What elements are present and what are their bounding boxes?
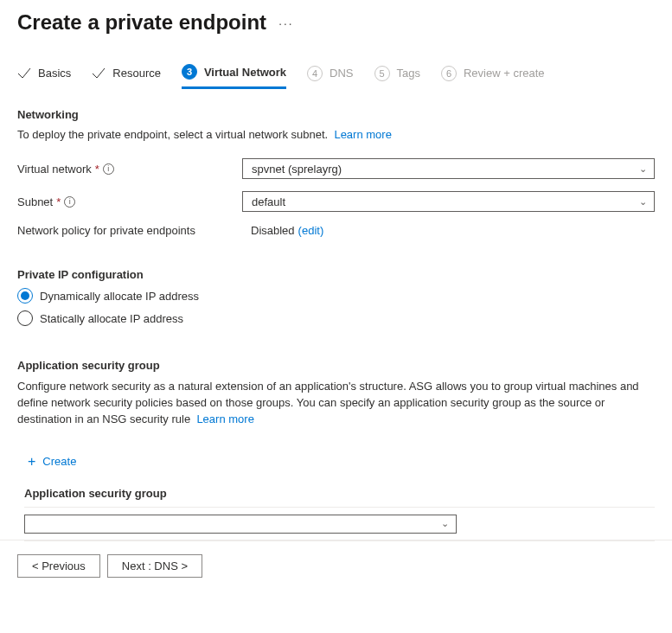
asg-heading: Application security group [17,359,655,372]
info-icon[interactable]: i [64,196,75,208]
chevron-down-icon: ⌄ [639,163,647,175]
chevron-down-icon: ⌄ [441,518,449,529]
tab-label: Resource [112,67,161,80]
wizard-tabs: Basics Resource 3 Virtual Network 4 DNS … [17,64,655,89]
info-icon[interactable]: i [103,163,114,175]
networking-heading: Networking [17,108,655,121]
radio-dynamic[interactable]: Dynamically allocate IP address [17,288,655,304]
networking-help: To deploy the private endpoint, select a… [17,128,655,141]
policy-value: Disabled [251,224,295,237]
radio-label: Dynamically allocate IP address [40,290,199,303]
step-number-icon: 3 [182,64,197,80]
learn-more-link[interactable]: Learn more [196,412,253,425]
required-icon: * [56,195,61,208]
ipconfig-heading: Private IP configuration [17,268,655,281]
tab-resource[interactable]: Resource [92,64,161,89]
check-icon [92,67,106,80]
tab-review-create[interactable]: 6 Review + create [441,64,545,89]
policy-label: Network policy for private endpoints [17,224,195,237]
step-number-icon: 4 [307,66,323,81]
virtual-network-dropdown[interactable]: spvnet (sprelayrg) ⌄ [242,158,655,179]
required-icon: * [95,163,99,176]
previous-button[interactable]: < Previous [17,554,100,578]
ip-config-radio-group: Dynamically allocate IP address Statical… [17,288,655,326]
tab-basics[interactable]: Basics [17,64,71,89]
plus-icon: + [28,454,35,470]
dropdown-value: spvnet (sprelayrg) [252,163,342,176]
step-number-icon: 5 [374,66,390,81]
tab-label: Tags [397,67,420,80]
learn-more-link[interactable]: Learn more [334,128,391,141]
tab-label: DNS [330,67,353,80]
asg-dropdown[interactable]: ⌄ [24,515,457,534]
create-label: Create [42,455,76,468]
asg-description: Configure network security as a natural … [17,379,655,428]
more-icon[interactable]: ··· [278,16,293,29]
tab-label: Virtual Network [204,66,286,79]
next-button[interactable]: Next : DNS > [107,554,202,578]
step-number-icon: 6 [441,66,457,81]
footer-separator [0,540,672,540]
subnet-dropdown[interactable]: default ⌄ [242,191,655,212]
page-title: Create a private endpoint [17,10,266,35]
radio-static[interactable]: Statically allocate IP address [17,310,655,326]
check-icon [17,67,31,80]
chevron-down-icon: ⌄ [639,196,647,208]
dropdown-value: default [252,195,285,208]
subnet-label: Subnet [17,195,53,208]
tab-label: Basics [38,67,71,80]
policy-edit-link[interactable]: (edit) [298,224,324,237]
tab-virtual-network[interactable]: 3 Virtual Network [182,64,286,89]
create-asg-button[interactable]: + Create [24,449,80,475]
tab-label: Review + create [464,67,545,80]
tab-dns[interactable]: 4 DNS [307,64,353,89]
vnet-label: Virtual network [17,163,92,176]
asg-field-label: Application security group [24,487,655,500]
radio-label: Statically allocate IP address [40,312,183,325]
tab-tags[interactable]: 5 Tags [374,64,420,89]
